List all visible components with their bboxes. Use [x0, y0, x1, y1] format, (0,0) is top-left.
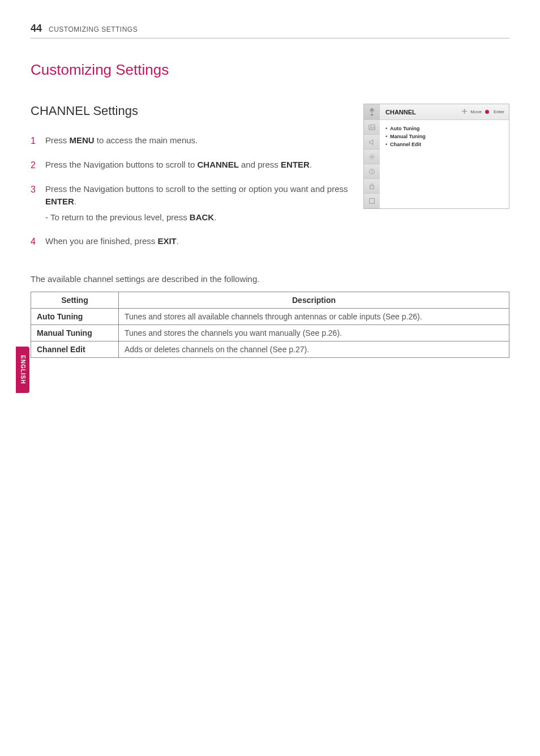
language-tab[interactable]: ENGLISH	[16, 347, 29, 393]
svg-point-1	[370, 126, 371, 127]
table-row: Manual Tuning Tunes and stores the chann…	[31, 324, 509, 341]
osd-screenshot: CHANNEL Move Enter	[363, 104, 509, 209]
osd-sidebar	[364, 120, 380, 208]
step-subtext: - To return to the previous level, press…	[45, 211, 353, 224]
table-intro: The available channel settings are descr…	[31, 274, 509, 284]
step-3: 3 Press the Navigation buttons to scroll…	[31, 183, 353, 223]
step-text: Press the Navigation buttons to scroll t…	[45, 183, 353, 223]
steps-list: 1 Press MENU to access the main menus. 2…	[31, 134, 353, 248]
audio-tab-icon[interactable]	[364, 135, 380, 150]
setting-desc: Adds or deletes channels on the channel …	[119, 341, 509, 357]
hint-move-label: Move	[470, 109, 482, 114]
step-number: 1	[31, 134, 38, 147]
page-title: Customizing Settings	[31, 61, 509, 79]
osd-title: CHANNEL	[380, 109, 462, 116]
picture-tab-icon[interactable]	[364, 120, 380, 135]
step-text: When you are finished, press EXIT.	[45, 235, 353, 248]
time-tab-icon[interactable]	[364, 164, 380, 179]
settings-table: Setting Description Auto Tuning Tunes an…	[31, 292, 509, 358]
svg-point-2	[371, 156, 373, 158]
step-number: 4	[31, 235, 38, 248]
osd-content: Auto Tuning Manual Tuning Channel Edit	[380, 120, 509, 208]
osd-item-auto-tuning[interactable]: Auto Tuning	[385, 125, 503, 133]
page-header: 44 CUSTOMIZING SETTINGS	[31, 23, 509, 39]
setting-desc: Tunes and stores the channels you want m…	[119, 324, 509, 341]
language-label: ENGLISH	[20, 355, 26, 384]
step-text: Press the Navigation buttons to scroll t…	[45, 159, 353, 172]
step-text: Press MENU to access the main menus.	[45, 134, 353, 147]
col-setting: Setting	[31, 292, 119, 308]
setting-name: Manual Tuning	[31, 324, 119, 341]
step-number: 2	[31, 159, 38, 172]
col-description: Description	[119, 292, 509, 308]
step-2: 2 Press the Navigation buttons to scroll…	[31, 159, 353, 172]
move-icon	[462, 109, 467, 115]
osd-header: CHANNEL Move Enter	[364, 104, 509, 120]
hint-enter-label: Enter	[494, 109, 504, 114]
svg-rect-5	[370, 198, 375, 203]
page-number: 44	[31, 23, 42, 35]
setting-name: Auto Tuning	[31, 308, 119, 324]
table-header-row: Setting Description	[31, 292, 509, 308]
osd-item-manual-tuning[interactable]: Manual Tuning	[385, 133, 503, 140]
osd-hints: Move Enter	[462, 109, 509, 115]
page-header-label: CUSTOMIZING SETTINGS	[49, 25, 138, 33]
setting-name: Channel Edit	[31, 341, 119, 357]
table-row: Auto Tuning Tunes and stores all availab…	[31, 308, 509, 324]
osd-item-channel-edit[interactable]: Channel Edit	[385, 140, 503, 148]
settings-tab-icon[interactable]	[364, 150, 380, 164]
lock-tab-icon[interactable]	[364, 179, 380, 194]
setting-desc: Tunes and stores all available channels …	[119, 308, 509, 324]
option-tab-icon[interactable]	[364, 194, 380, 208]
svg-rect-4	[370, 186, 374, 189]
section-title: CHANNEL Settings	[31, 104, 353, 118]
step-number: 3	[31, 183, 38, 223]
table-row: Channel Edit Adds or deletes channels on…	[31, 341, 509, 357]
step-4: 4 When you are finished, press EXIT.	[31, 235, 353, 248]
antenna-icon	[364, 104, 380, 120]
step-1: 1 Press MENU to access the main menus.	[31, 134, 353, 147]
enter-icon	[485, 109, 490, 114]
